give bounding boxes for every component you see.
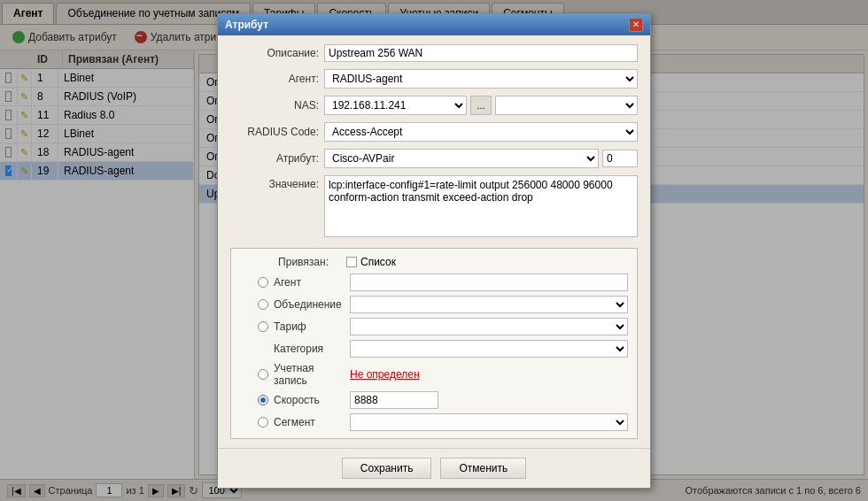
- value-row: Значение: lcp:interface-config#1=rate-li…: [230, 175, 638, 237]
- modal-footer: Сохранить Отменить: [218, 448, 650, 488]
- union-radio[interactable]: [258, 299, 268, 310]
- attr-num-input[interactable]: [602, 150, 638, 167]
- nas-label: NAS:: [230, 99, 319, 112]
- union-select[interactable]: [350, 296, 628, 313]
- linked-title: Привязан:: [240, 256, 329, 268]
- modal-overlay: Атрибут ✕ Описание: Агент: RADIUS-agent …: [0, 0, 868, 501]
- account-link[interactable]: Не определен: [350, 368, 420, 381]
- list-checkbox-row: Список: [346, 256, 396, 268]
- attr-label: Атрибут:: [230, 152, 319, 165]
- agent-label: Агент:: [230, 73, 319, 85]
- nas-row: NAS: 192.168.11.241 ...: [230, 96, 638, 115]
- attr-container: Cisco-AVPair: [324, 149, 638, 168]
- value-label: Значение:: [230, 175, 319, 190]
- nas-ellipsis-button[interactable]: ...: [470, 96, 491, 115]
- linked-tariff-row: Тариф: [240, 318, 628, 335]
- linked-category-row: Категория: [240, 340, 628, 358]
- speed-radio-label: Скорость: [274, 394, 345, 406]
- save-button[interactable]: Сохранить: [342, 458, 432, 479]
- value-textarea-container: lcp:interface-config#1=rate-limit output…: [324, 175, 638, 237]
- linked-union-row: Объединение: [240, 296, 628, 313]
- nas-select[interactable]: 192.168.11.241: [324, 96, 467, 115]
- attr-row: Атрибут: Cisco-AVPair: [230, 149, 638, 168]
- nas-extra-select[interactable]: [495, 96, 638, 115]
- nas-container: 192.168.11.241 ...: [324, 96, 638, 115]
- tariff-radio[interactable]: [258, 321, 268, 332]
- linked-agent-row: Агент: [240, 274, 628, 291]
- radius-code-label: RADIUS Code:: [230, 126, 319, 138]
- linked-account-row: Учетная запись Не определен: [240, 362, 628, 387]
- category-select[interactable]: [350, 340, 628, 358]
- modal-body: Описание: Агент: RADIUS-agent NAS: 192.1…: [218, 35, 650, 448]
- radius-code-select[interactable]: Access-Accept: [324, 122, 638, 142]
- value-textarea[interactable]: lcp:interface-config#1=rate-limit output…: [324, 175, 638, 237]
- speed-input[interactable]: [350, 391, 438, 409]
- description-row: Описание:: [230, 44, 638, 62]
- linked-speed-row: Скорость: [240, 391, 628, 409]
- modal-close-button[interactable]: ✕: [629, 18, 643, 32]
- description-label: Описание:: [230, 47, 319, 59]
- agent-row: Агент: RADIUS-agent: [230, 69, 638, 89]
- radius-code-row: RADIUS Code: Access-Accept: [230, 122, 638, 142]
- cancel-button[interactable]: Отменить: [440, 458, 526, 479]
- agent-linked-input[interactable]: [350, 274, 628, 291]
- modal-title: Атрибут: [225, 19, 268, 31]
- agent-radio-label: Агент: [274, 276, 345, 289]
- account-radio-label: Учетная запись: [274, 362, 345, 387]
- union-radio-label: Объединение: [274, 298, 345, 311]
- attribute-modal: Атрибут ✕ Описание: Агент: RADIUS-agent …: [217, 13, 651, 489]
- tariff-radio-label: Тариф: [274, 320, 345, 333]
- linked-segment-row: Сегмент: [240, 413, 628, 431]
- linked-section: Привязан: Список Агент: [230, 248, 638, 439]
- category-label: Категория: [274, 343, 345, 355]
- segment-radio[interactable]: [258, 417, 268, 428]
- list-checkbox-label: Список: [360, 256, 396, 268]
- account-radio[interactable]: [258, 369, 268, 380]
- modal-titlebar: Атрибут ✕: [218, 14, 650, 35]
- agent-select[interactable]: RADIUS-agent: [324, 69, 638, 89]
- agent-radio[interactable]: [258, 277, 268, 288]
- list-checkbox[interactable]: [346, 257, 357, 267]
- attr-select[interactable]: Cisco-AVPair: [324, 149, 599, 168]
- segment-select[interactable]: [350, 413, 628, 431]
- linked-rows: Агент Объединение Тариф: [240, 274, 628, 431]
- segment-radio-label: Сегмент: [274, 416, 345, 428]
- linked-header: Привязан: Список: [240, 256, 628, 268]
- speed-radio[interactable]: [258, 395, 268, 405]
- tariff-select[interactable]: [350, 318, 628, 335]
- description-input[interactable]: [324, 44, 638, 62]
